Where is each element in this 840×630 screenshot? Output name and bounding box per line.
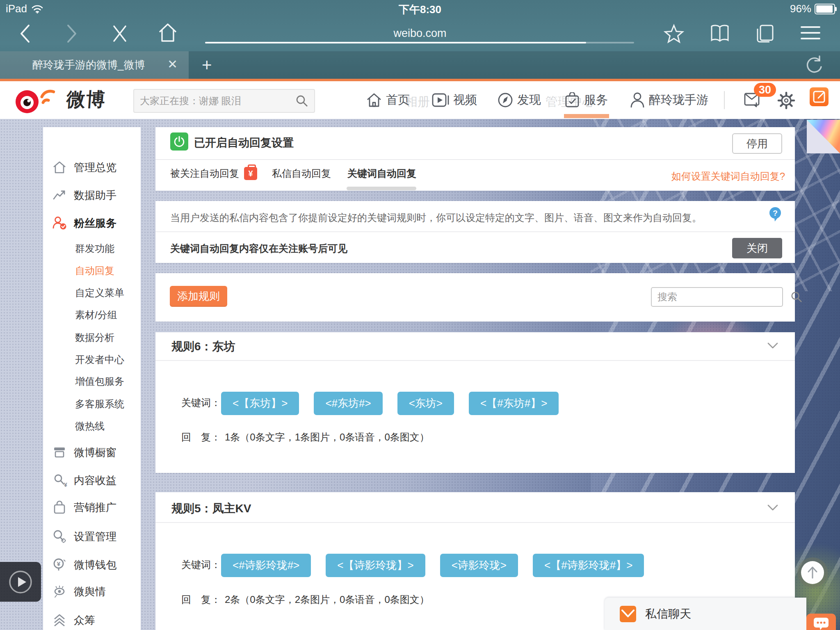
video-play-button[interactable] — [0, 562, 41, 602]
status-card-title: 已开启自动回复设置 — [194, 135, 294, 150]
tab-dm-auto-reply[interactable]: 私信自动回复 — [272, 167, 331, 180]
nav-service-label: 服务 — [584, 92, 608, 108]
keyword-chip[interactable]: <【诗影玲珑】> — [326, 554, 425, 577]
weibo-header: 微博 相册 管理中心 首页 视频 发现 — [0, 81, 840, 120]
nav-video-label: 视频 — [453, 92, 477, 108]
unread-badge: 30 — [754, 83, 776, 97]
paid-feature-icon: ¥ — [244, 167, 257, 180]
nav-username-label: 醉玲珑手游 — [649, 92, 708, 108]
close-notice-button[interactable]: 关闭 — [732, 238, 782, 258]
keyword-chip[interactable]: <诗影玲珑> — [440, 554, 518, 577]
undo-arrow-icon[interactable] — [803, 55, 824, 76]
keyword-chip[interactable]: <【#诗影玲珑#】> — [533, 554, 644, 577]
search-icon[interactable] — [295, 94, 308, 107]
settings-gear-icon[interactable] — [777, 91, 796, 110]
sidebar-item-crowdfunding[interactable]: 众筹 — [43, 612, 141, 628]
keyword-chip[interactable]: <【东坊】> — [221, 392, 299, 415]
page-load-progress — [205, 42, 586, 43]
sidebar-item-fans-service[interactable]: 粉丝服务 — [43, 215, 141, 231]
nav-service[interactable]: 服务 — [564, 81, 608, 119]
sidebar-item-multi-service[interactable]: 多客服系统 — [43, 396, 141, 412]
screen: iPad 下午8:30 96% — [0, 0, 840, 630]
home-nav-icon — [366, 93, 382, 107]
keyword-chip[interactable]: <#东坊#> — [314, 392, 382, 415]
private-chat-label: 私信聊天 — [645, 606, 691, 622]
rule5-title: 规则5：凤主KV — [171, 501, 251, 516]
new-tab-button[interactable]: + — [202, 55, 212, 75]
nav-discover-label: 发现 — [517, 92, 541, 108]
sidebar-item-value-pack[interactable]: 增值包服务 — [43, 373, 141, 390]
reply-value: 1条（0条文字，1条图片，0条语音，0条图文） — [225, 431, 429, 443]
rule-search-icon[interactable] — [790, 291, 803, 303]
keyword-chip[interactable]: <【#东坊#】> — [469, 392, 559, 415]
page-content: 管理总览 数据助手 粉丝服务 群发功能 自动回复 自定义菜单 素材/分组 数据分… — [0, 119, 840, 630]
up-arrow-icon — [806, 566, 819, 580]
power-on-icon — [170, 132, 188, 151]
sidebar-item-overview[interactable]: 管理总览 — [43, 159, 141, 176]
weibo-logo[interactable]: 微博 — [12, 84, 106, 115]
svg-text:?: ? — [773, 209, 778, 217]
nav-discover[interactable]: 发现 — [498, 81, 541, 119]
chat-bubble-icon — [813, 617, 829, 630]
chat-bubble-button[interactable] — [806, 614, 836, 630]
browser-chrome: iPad 下午8:30 96% — [0, 0, 840, 79]
nav-video[interactable]: 视频 — [432, 81, 477, 119]
weibo-logo-text: 微博 — [66, 87, 107, 112]
header-search-box[interactable] — [133, 89, 315, 113]
sidebar-item-mass-send[interactable]: 群发功能 — [43, 240, 141, 257]
rule-search-box[interactable] — [651, 287, 783, 307]
tab-close-icon[interactable]: ✕ — [167, 57, 178, 71]
sidebar-item-hotline[interactable]: 微热线 — [43, 418, 141, 434]
keyword-chip[interactable]: <东坊> — [397, 392, 454, 415]
sidebar-item-content-income[interactable]: ¥ 内容收益 — [43, 472, 141, 488]
tabs-icon[interactable] — [756, 24, 775, 43]
active-tab-indicator — [347, 187, 416, 190]
tab-bar: 醉玲珑手游的微博_微博 ✕ + — [0, 51, 840, 79]
collapse-chevron-icon[interactable] — [767, 504, 778, 511]
bookmark-star-icon[interactable] — [664, 24, 684, 43]
rule6-keywords: <【东坊】> <#东坊#> <东坊> <【#东坊#】> — [221, 392, 559, 415]
svg-text:¥: ¥ — [64, 482, 67, 487]
keyword-help-link[interactable]: 如何设置关键词自动回复? — [671, 170, 785, 183]
reading-list-book-icon[interactable] — [710, 24, 730, 43]
collapse-chevron-icon[interactable] — [767, 342, 778, 349]
sidebar-item-data-assistant[interactable]: 数据助手 — [43, 187, 141, 203]
sidebar-item-shop-window[interactable]: 微博橱窗 — [43, 444, 141, 461]
keyword-chip[interactable]: <#诗影玲珑#> — [221, 554, 311, 577]
menu-icon[interactable] — [801, 24, 820, 42]
trend-chart-icon — [52, 188, 66, 202]
sidebar-item-custom-menu[interactable]: 自定义菜单 — [43, 285, 141, 301]
wallet-icon: ¥ — [52, 558, 67, 573]
reply-label: 回 复： — [181, 431, 221, 443]
private-chat-dock[interactable]: 私信聊天 — [605, 598, 806, 630]
add-rule-button[interactable]: 添加规则 — [170, 286, 227, 307]
compose-pencil-icon — [813, 91, 825, 103]
tab-follow-auto-reply[interactable]: 被关注自动回复 — [170, 167, 239, 180]
video-nav-icon — [432, 93, 449, 107]
sidebar-item-marketing[interactable]: 营销推广 — [43, 499, 141, 516]
sidebar-item-yuqing[interactable]: 微舆情 — [43, 583, 141, 600]
back-to-top-button[interactable] — [797, 557, 828, 588]
help-question-icon[interactable]: ? — [769, 207, 783, 223]
sidebar-item-developer-center[interactable]: 开发者中心 — [43, 352, 141, 368]
reply-value: 2条（0条文字，2条图片，0条语音，0条图文） — [225, 594, 429, 605]
sidebar-item-wallet[interactable]: ¥ 微博钱包 — [43, 557, 141, 573]
nav-home[interactable]: 首页 — [366, 81, 410, 119]
clock: 下午8:30 — [0, 2, 840, 17]
rule6-title: 规则6：东坊 — [171, 339, 235, 354]
reply-type-tabs: 被关注自动回复 ¥ 私信自动回复 关键词自动回复 — [170, 167, 416, 180]
svg-text:¥: ¥ — [57, 560, 61, 567]
rule-actions-card: 添加规则 — [155, 273, 795, 322]
nav-user[interactable]: 醉玲珑手游 — [630, 81, 708, 119]
sidebar-item-settings-manage[interactable]: 设置管理 — [43, 528, 141, 545]
browser-tab[interactable]: 醉玲珑手游的微博_微博 ✕ — [0, 51, 189, 79]
compose-button[interactable] — [810, 87, 829, 106]
rule-search-input[interactable] — [652, 291, 790, 303]
sidebar-item-data-analysis[interactable]: 数据分析 — [43, 329, 141, 346]
sidebar-item-material-group[interactable]: 素材/分组 — [43, 307, 141, 323]
sidebar-item-auto-reply[interactable]: 自动回复 — [43, 262, 141, 279]
disable-button[interactable]: 停用 — [732, 133, 782, 154]
crowdfunding-icon — [52, 613, 66, 627]
tab-keyword-auto-reply[interactable]: 关键词自动回复 — [347, 167, 416, 180]
header-search-input[interactable] — [134, 95, 295, 107]
